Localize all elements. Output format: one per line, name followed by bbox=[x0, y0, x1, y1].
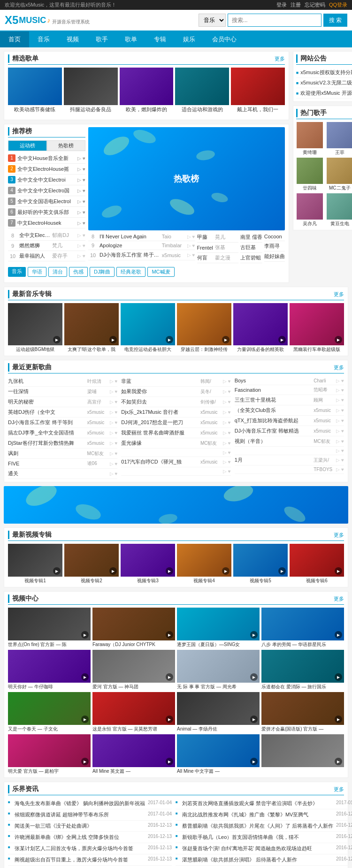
vc-item-8[interactable]: ▶ 又是一个春天 — 子文化 bbox=[8, 692, 91, 732]
featured-item[interactable]: 戴上耳机，我们一 bbox=[231, 68, 285, 113]
vc-item-10[interactable]: ▶ Animal — 李炀丹佐 bbox=[177, 692, 260, 732]
new-song-row[interactable]: 不如笑归去剑传修/▷ ♥ bbox=[121, 397, 230, 407]
song-list-row[interactable]: 9 燃然燃狮 梵几 ▷ ♥ bbox=[8, 241, 85, 251]
chart-item[interactable]: 5 全中文全国语电Electrol ▷ ♥ bbox=[8, 196, 85, 207]
album-item-3[interactable]: ▶ 穿越云层：刺激神经传 bbox=[177, 303, 231, 353]
genre-tag-6[interactable]: MC喊麦 bbox=[147, 267, 174, 277]
new-albums-more[interactable]: 更多 bbox=[334, 291, 344, 298]
vc-item-14[interactable]: ▶ All Mine 中文字篇 — bbox=[177, 734, 260, 775]
news-more[interactable]: 更多 bbox=[334, 786, 344, 793]
genre-tag-4[interactable]: DJ舞曲 bbox=[90, 267, 115, 277]
song-list-row[interactable]: 何盲 藿之漫 bbox=[197, 253, 238, 263]
nav-item-singer[interactable]: 歌手 bbox=[87, 31, 116, 47]
new-song-row[interactable]: 非蓝韩闻/▷ ♥ bbox=[121, 376, 230, 387]
vc-item-13[interactable]: ▶ All Mine 英文篇 — bbox=[92, 734, 175, 775]
song-list-row[interactable]: 8 I'll Never Love Again Taio ▷ ♥ bbox=[88, 232, 195, 241]
charts-tab-1[interactable]: 热歌榜 bbox=[47, 140, 86, 151]
news-item[interactable]: ■候细观察微俱道讲延 超细神带节奉布乐所2017-01-04 bbox=[8, 809, 172, 821]
genre-tag-2[interactable]: 清台 bbox=[48, 267, 67, 277]
new-song-row[interactable]: ▷ ♥ bbox=[121, 449, 230, 457]
vc-item-5[interactable]: ▶ 爱河 官方版 — 神马团 bbox=[92, 650, 175, 690]
featured-more[interactable]: 更多 bbox=[275, 55, 285, 62]
song-list-row[interactable]: Frentel 张基 bbox=[197, 243, 238, 253]
new-song-row[interactable]: （全英文Club音乐x5music▷ ♥ bbox=[235, 405, 344, 416]
genre-tag-0[interactable]: 音乐 bbox=[8, 267, 26, 277]
vc-item-2[interactable]: ▶ 逐梦王国（夏日版）—SING女 bbox=[177, 608, 260, 648]
genre-tag-3[interactable]: 伤感 bbox=[69, 267, 88, 277]
song-list-row[interactable]: 能好妹曲 bbox=[264, 251, 285, 262]
album-item-5[interactable]: ▶ 黑幽装行车单歌超级版 bbox=[290, 303, 344, 353]
video-album-item-1[interactable]: ▶ 视频专辑2 bbox=[64, 544, 119, 584]
vc-item-0[interactable]: ▶ 世界点(On fire) 官方新 — 陈 bbox=[8, 608, 91, 648]
nav-item-home[interactable]: 首页 bbox=[0, 31, 29, 47]
new-song-row[interactable]: qTX_打造加比聆海盗侨航起x5music▷ ♥ bbox=[235, 416, 344, 426]
new-song-row[interactable]: 英雄DJ伤仔（全中文x5music▷ ♥ bbox=[8, 407, 117, 418]
new-song-row[interactable]: 1月王梁兴/▷ ♥ bbox=[235, 455, 344, 465]
vc-item-4[interactable]: ▶ 明天你好 — 牛仔咖啡 bbox=[8, 650, 91, 690]
search-type-select[interactable]: 音乐 歌手 专辑 视频 bbox=[199, 14, 226, 27]
new-song-row[interactable]: 三生三世十里桃花顾网▷ ♥ bbox=[235, 395, 344, 405]
new-song-row[interactable]: DJ小海音乐工作室 终于等到x5music▷ ♥ bbox=[8, 418, 117, 428]
new-song-row[interactable]: ▷ ♥ bbox=[235, 447, 344, 455]
video-album-item-4[interactable]: ▶ 视频专辑5 bbox=[233, 544, 288, 584]
chart-item[interactable]: 1 全中文House音乐全新 ▷ ♥ bbox=[8, 153, 85, 164]
new-video-albums-more[interactable]: 更多 bbox=[334, 532, 344, 539]
new-song-row[interactable]: ▷ ♥ bbox=[121, 467, 230, 476]
new-song-row[interactable]: 视则（半音）MC郁友▷ ♥ bbox=[235, 436, 344, 447]
song-list-row[interactable]: 李雨寻 bbox=[264, 241, 285, 251]
video-album-item-2[interactable]: ▶ 视频专辑3 bbox=[121, 544, 175, 584]
news-item[interactable]: ■南北比战胜推发布网《扎城》推广曲《繁黎》MV至腾气2016-12-13 bbox=[176, 809, 352, 821]
nav-item-member[interactable]: 会员中心 bbox=[204, 31, 245, 47]
new-song-row[interactable]: 九张机叶炫清▷ ♥ bbox=[8, 376, 117, 387]
forgot-password-link[interactable]: 忘记密码 bbox=[305, 1, 325, 8]
vc-item-7[interactable]: ▶ 乐道都会在 爱消际 — 旅行国乐 bbox=[261, 650, 344, 690]
singer-item-4[interactable]: MC二鬼子 bbox=[326, 158, 352, 191]
song-list-row[interactable]: 古巨基 bbox=[240, 243, 262, 253]
singer-item-1[interactable]: 王菲 bbox=[326, 122, 352, 156]
featured-item[interactable]: 适合运动和游戏的 bbox=[175, 68, 229, 113]
new-songs-more[interactable]: 更多 bbox=[334, 364, 344, 371]
singer-item-0[interactable]: 黄绮珊 bbox=[296, 122, 324, 156]
album-item-2[interactable]: ▶ 电竞控运动必备祛胆大 bbox=[121, 303, 175, 353]
search-input[interactable] bbox=[228, 14, 321, 27]
news-item[interactable]: ■新锐歌手杨几（Leo）首支国语情情单曲《我，猜不2016-12-13 bbox=[176, 832, 352, 843]
news-item[interactable]: ■许晓洲最新单曲《绑》全网上线 空降多快首位2016-12-13 bbox=[8, 832, 172, 843]
register-link[interactable]: 注册 bbox=[291, 1, 301, 8]
nav-item-entertainment[interactable]: 娱乐 bbox=[175, 31, 204, 47]
vc-item-12[interactable]: ▶ 明天爱 官方版 — 庭柏宇 bbox=[8, 734, 91, 775]
new-song-row[interactable]: 讽刺MC郁友▷ ♥ bbox=[8, 449, 117, 459]
news-item[interactable]: ■刘若英首次网络直播插放观火爆 禁尝宇者沿演唱《半去炒》2017-01-04 bbox=[176, 798, 352, 809]
new-song-row[interactable]: 一往深情梁哺▷ ♥ bbox=[8, 387, 117, 397]
login-link[interactable]: 登录 bbox=[276, 1, 287, 8]
new-song-row[interactable]: 明天的秘密高宣仔▷ ♥ bbox=[8, 397, 117, 407]
news-item[interactable]: ■张某计划艺人二回首次专场，票房火爆分场均今首签2016-12-13 bbox=[8, 843, 172, 854]
new-song-row[interactable]: Fascination范昭希▷ ♥ bbox=[235, 385, 344, 395]
chart-item[interactable]: 2 全中文ElectroHouse摇 ▷ ♥ bbox=[8, 164, 85, 175]
new-song-row[interactable]: 如果我爱你吴冬/▷ ♥ bbox=[121, 387, 230, 397]
featured-item[interactable]: 欧美动感节奏健练 bbox=[8, 68, 62, 113]
song-list-row[interactable]: 10 DJ小海音乐工作室 终于等到 x5music ▷ ♥ bbox=[88, 250, 195, 260]
vc-item-15[interactable]: ▶ bbox=[261, 734, 344, 775]
vc-item-6[interactable]: ▶ 无 际 事 事 官方版 — 周光希 bbox=[177, 650, 260, 690]
singer-item-7[interactable]: 黄豆生电 bbox=[326, 193, 352, 227]
news-item[interactable]: ■蔡普腊刷墙《欲共我抓我抓》片尾在《人间》了 后将蒸着个人新作2016-12-1… bbox=[176, 821, 352, 832]
chart-item[interactable]: 7 中文ElectroHousek ▷ ♥ bbox=[8, 218, 85, 228]
logo[interactable]: X5 MUSIC ♪ 开源音乐管理系统 bbox=[5, 14, 90, 27]
album-item-4[interactable]: ▶ 力量训练必备的精英歌 bbox=[233, 303, 288, 353]
song-list-row[interactable]: 上官碧蛆 bbox=[240, 253, 262, 263]
nav-item-album[interactable]: 专辑 bbox=[145, 31, 175, 47]
new-song-row[interactable]: 我爱丽丝 世界名曲啤酒舒服x5music▷ ♥ bbox=[121, 428, 230, 438]
new-song-row[interactable]: FIVE谁06▷ ♥ bbox=[8, 459, 117, 469]
new-song-row[interactable]: 搞左DJ李季_全中文全国语情x5music▷ ♥ bbox=[8, 428, 117, 438]
song-list-row[interactable]: 10 最幸福的人 爱存手 ▷ ♥ bbox=[8, 251, 85, 261]
nav-item-music[interactable]: 音乐 bbox=[29, 31, 58, 47]
album-item-0[interactable]: ▶ 运动超级BGM地狱 bbox=[8, 303, 62, 353]
new-song-row[interactable]: 蛋光缘缘MC郁友▷ ♥ bbox=[121, 438, 230, 449]
video-album-item-3[interactable]: ▶ 视频专辑4 bbox=[177, 544, 231, 584]
video-center-more[interactable]: 更多 bbox=[334, 595, 344, 602]
song-list-row[interactable]: 南里 儒香 bbox=[240, 232, 262, 243]
news-item[interactable]: ■金牌谱人易家探开创第一首童乐故事《万玲琪「叫你欢2016-12-13 bbox=[176, 866, 352, 868]
new-song-row[interactable]: 017汽车自哼CD《驿河_独x5music▷ ♥ bbox=[121, 457, 230, 467]
news-item[interactable]: ■国内普支公路MV《如何再见》王子强唱别样青春2016-12-13 bbox=[8, 866, 172, 868]
vc-item-11[interactable]: ▶ 爱拼才会赢(国语版) 官方版 — bbox=[261, 692, 344, 732]
